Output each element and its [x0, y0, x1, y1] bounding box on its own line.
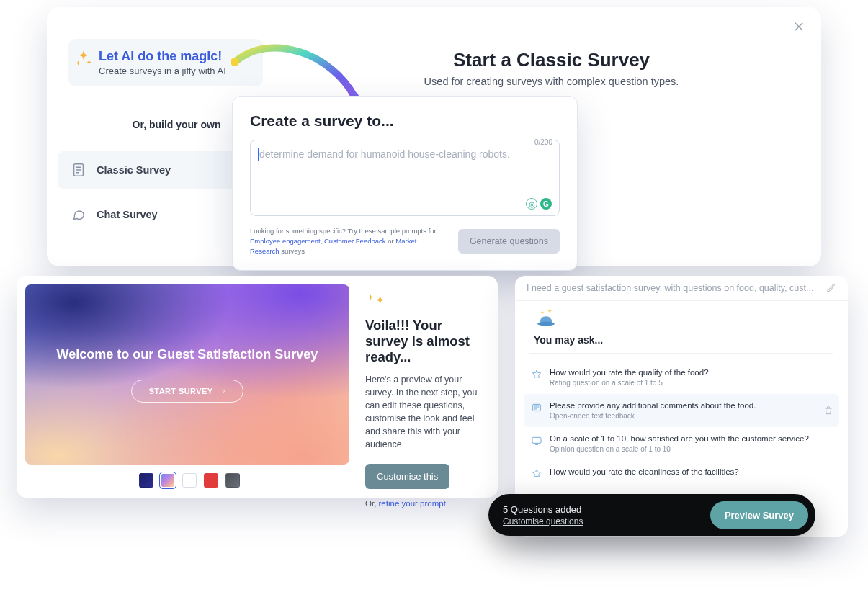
question-subtext: Open-ended text feedback: [550, 412, 756, 420]
survey-hero: Welcome to our Guest Satisfaction Survey…: [25, 284, 349, 465]
ai-magic-card[interactable]: Let AI do the magic! Create surveys in a…: [68, 39, 263, 86]
option-classic-label: Classic Survey: [97, 164, 171, 176]
question-text: How would you rate the cleanliness of th…: [550, 467, 739, 476]
close-icon[interactable]: [792, 20, 805, 33]
svg-point-3: [537, 322, 555, 326]
start-subtitle: Used for creating surveys with complex q…: [424, 76, 679, 87]
text-icon: [531, 402, 542, 413]
svg-rect-5: [532, 437, 541, 443]
question-subtext: Opinion question on a scale of 1 to 10: [550, 445, 809, 453]
customise-questions-link[interactable]: Customise questions: [503, 516, 583, 526]
survey-prompt-placeholder: determine demand for humanoid house-clea…: [259, 148, 510, 160]
theme-swatches: [139, 473, 240, 488]
sparkle-icon: [74, 49, 93, 68]
question-list: How would you rate the quality of the fo…: [515, 361, 848, 487]
prompt-link-employee[interactable]: Employee engagement: [250, 237, 321, 245]
question-item[interactable]: Please provide any additional comments a…: [524, 394, 839, 427]
create-survey-modal: Create a survey to... 0/200 determine de…: [232, 96, 578, 271]
ai-magic-title: Let AI do the magic!: [99, 49, 251, 64]
question-subtext: Rating question on a scale of 1 to 5: [550, 379, 709, 387]
pencil-icon[interactable]: [826, 283, 836, 293]
bulb-icon[interactable]: ◎: [526, 198, 537, 210]
chat-icon: [71, 207, 86, 223]
modal-heading: Create a survey to...: [250, 112, 560, 130]
question-text: Please provide any additional comments a…: [550, 401, 756, 410]
customise-button[interactable]: Customise this: [365, 464, 449, 489]
generate-questions-button[interactable]: Generate questions: [458, 229, 560, 254]
voila-description: Here's a preview of your survey. In the …: [365, 373, 488, 452]
build-own-label: Or, build your own: [133, 119, 221, 130]
refine-prompt-row: Or, refine your prompt: [365, 499, 488, 508]
question-text: On a scale of 1 to 10, how satisfied are…: [550, 434, 809, 443]
question-item[interactable]: On a scale of 1 to 10, how satisfied are…: [524, 427, 839, 460]
chevron-right-icon: [220, 387, 227, 395]
search-input[interactable]: I need a guest satisfaction survey, with…: [527, 283, 819, 293]
grammar-icon[interactable]: G: [540, 198, 552, 210]
survey-prompt-input[interactable]: determine demand for humanoid house-clea…: [250, 140, 560, 216]
you-may-ask-heading: You may ask...: [534, 334, 833, 346]
sparkles-icon: [365, 293, 387, 310]
question-item[interactable]: How would you rate the cleanliness of th…: [524, 460, 839, 487]
theme-swatch-dark[interactable]: [139, 473, 153, 488]
screen-icon: [531, 435, 542, 447]
trash-icon[interactable]: [823, 405, 833, 416]
start-survey-button[interactable]: START SURVEY: [131, 380, 244, 403]
option-chat-label: Chat Survey: [97, 209, 158, 220]
theme-swatch-white[interactable]: [182, 473, 197, 488]
search-row[interactable]: I need a guest satisfaction survey, with…: [515, 276, 848, 301]
theme-swatch-red[interactable]: [204, 473, 218, 488]
document-icon: [71, 162, 86, 178]
pill-title: 5 Questions added: [503, 504, 583, 515]
theme-swatch-aurora[interactable]: [161, 473, 175, 488]
survey-preview-card: Welcome to our Guest Satisfaction Survey…: [17, 276, 498, 498]
magic-hat-icon: [534, 305, 558, 330]
preview-survey-button[interactable]: Preview Survey: [710, 501, 808, 529]
question-text: How would you rate the quality of the fo…: [550, 368, 709, 377]
start-title: Start a Classic Survey: [453, 49, 650, 71]
voila-title: Voila!!! Your survey is almost ready...: [365, 318, 488, 366]
refine-prompt-link[interactable]: refine your prompt: [379, 499, 446, 508]
ai-magic-subtitle: Create surveys in a jiffy with AI: [99, 66, 251, 76]
question-item[interactable]: How would you rate the quality of the fo…: [524, 361, 839, 394]
prompt-link-customer[interactable]: Customer Feedback: [324, 237, 386, 245]
survey-hero-title: Welcome to our Guest Satisfaction Survey: [57, 347, 318, 362]
star-icon: [531, 468, 542, 480]
prompt-hint: Looking for something specific? Try thes…: [250, 226, 444, 256]
star-icon: [531, 369, 542, 380]
theme-swatch-slate[interactable]: [225, 473, 240, 488]
questions-added-pill: 5 Questions added Customise questions Pr…: [488, 494, 815, 536]
